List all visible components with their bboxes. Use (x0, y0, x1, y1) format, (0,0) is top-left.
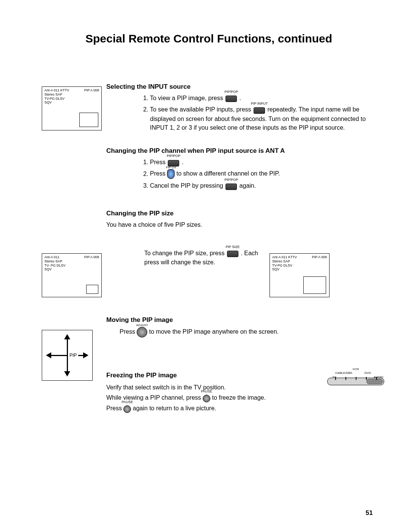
button-label: PIP CH (166, 165, 176, 170)
paragraph: While viewing a PIP channel, press PAUSE… (106, 393, 373, 402)
tv-preview-box: Ant-A 011 KTTV Stereo SAP TV-PG DLSV SQV… (270, 253, 330, 297)
slide-switch-diagram: TV CABLE/DBS VCR DVD AUDIO (327, 371, 384, 387)
pip-input-button-icon (254, 107, 265, 114)
switch-pos: VCR (353, 367, 359, 371)
page-title: Special Remote Control Functions, contin… (42, 32, 373, 45)
button-label: PIP/POP (224, 89, 238, 94)
pip-move-diagram: PIP (42, 330, 93, 381)
paragraph: You have a choice of five PIP sizes. (106, 220, 373, 229)
pip-pop-button-icon (226, 184, 237, 190)
adjust-button-icon (137, 327, 147, 337)
osdline: SQV (44, 100, 52, 104)
step: Press PIP CH to show a different channel… (150, 169, 373, 179)
pip-size-button-icon (227, 251, 238, 257)
paragraph: Press PAUSE again to return to a live pi… (106, 404, 373, 413)
diagram-label: PIP (68, 353, 78, 358)
switch-pos: DVD (364, 371, 371, 375)
section-heading: Moving the PIP image (106, 316, 373, 324)
paragraph: Press ADJUST to move the PIP image anywh… (106, 327, 373, 337)
osdline: Ant-A 011 KTTV (272, 255, 297, 259)
osdline: Stereo SAP (44, 93, 62, 96)
button-label: PIP/POP (224, 177, 238, 182)
button-label: PAUSE (201, 389, 212, 394)
osdline: TV-PG DLSV (44, 97, 65, 100)
pause-button-icon (123, 405, 131, 413)
section-heading: Changing the PIP channel when PIP input … (106, 147, 304, 155)
section-heading: Changing the PIP size (106, 210, 373, 217)
button-label: PAUSE (121, 400, 133, 405)
osdline: Ant-A 011 (44, 255, 60, 259)
osd-corner: PIP A 008 (312, 255, 327, 259)
osdline: SQV (272, 267, 279, 271)
osdline: Stereo SAP (272, 259, 290, 263)
button-label: ADJUST (136, 323, 148, 328)
button-label: PIP INPUT (251, 101, 268, 106)
switch-pos: TV (332, 375, 336, 379)
osd-corner: PIP A 008 (84, 88, 99, 93)
tv-preview-box: Ant-A 011 Stereo SAP TV- PG DLSV SQV PIP… (42, 253, 102, 297)
switch-pos: AUDIO (374, 375, 383, 379)
osd-corner: PIP A 008 (84, 255, 99, 259)
step: To see the available PIP inputs, press P… (150, 105, 373, 132)
pip-pop-button-icon (226, 96, 237, 102)
step: Press PIP/POP . (150, 158, 373, 167)
tv-preview-box: Ant-A 011 KTTV Stereo SAP TV-PG DLSV SQV… (42, 86, 102, 130)
osdline: Ant-A 011 KTTV (44, 88, 69, 92)
osdline: TV- PG DLSV (44, 264, 66, 267)
section-heading: Selecting the INPUT source (106, 83, 373, 91)
pause-button-icon (203, 395, 210, 402)
button-label: PIP/POP (167, 154, 180, 159)
page-number: 51 (366, 509, 373, 517)
button-label: PIP SIZE (226, 245, 240, 250)
step: Cancel the PIP by pressing PIP/POP again… (150, 181, 373, 190)
pip-ch-button-icon (167, 169, 175, 179)
paragraph: To change the PIP size, press PIP SIZE .… (144, 249, 270, 267)
switch-pos: CABLE/DBS (335, 371, 352, 375)
osdline: Stereo SAP (44, 259, 62, 263)
osdline: TV-PG DLSV (272, 264, 292, 267)
osdline: SQV (44, 267, 52, 271)
